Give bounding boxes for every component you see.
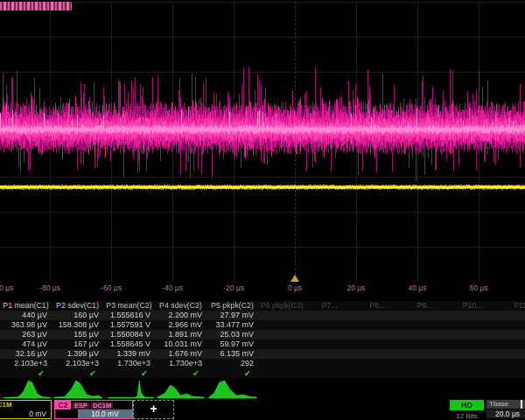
measurement-sdev-cell (497, 349, 525, 359)
measurement-max-cell: 10.031 mV (155, 340, 206, 349)
time-axis-label: -80 µs (39, 284, 60, 292)
measurement-header-10[interactable]: P10... (449, 301, 497, 311)
hd-mode-badge[interactable]: HD (450, 400, 484, 410)
measurement-num-cell (402, 359, 450, 368)
measurement-histogram-icon-4[interactable] (155, 377, 206, 399)
measurement-mean-cell (258, 320, 306, 330)
measurement-header-2[interactable]: P2 sdev(C1) (52, 301, 103, 311)
measurement-header-5[interactable]: P5 pkpk(C2) (206, 301, 258, 311)
screen-edge-divider (521, 400, 522, 409)
measurement-mean-cell: 33.477 mV (206, 320, 258, 330)
channel-c2-coupling-label: DC1M (91, 402, 113, 410)
measurement-num-cell (449, 359, 497, 368)
time-axis-label: -100 µs (0, 284, 14, 292)
measurement-mean-cell: 158.308 µV (52, 320, 103, 330)
corner-trace-badge (0, 2, 72, 10)
channel-c2-esp-flag: ESP (73, 402, 89, 410)
measurement-min-cell (354, 330, 402, 340)
measurement-num-cell: 292 (206, 359, 258, 368)
time-axis-label: 0 µs (288, 284, 302, 292)
measurement-sdev-cell (258, 349, 306, 359)
time-axis-label: 40 µs (409, 284, 427, 292)
channel-c1-descriptor-box[interactable]: C1 DC1M 0 mV (0, 400, 52, 419)
measurement-header-1[interactable]: P1 mean(C1) (0, 301, 52, 311)
add-trace-button[interactable]: + (133, 400, 174, 419)
measurement-histogram-icon-3[interactable] (103, 377, 155, 399)
measurement-num-cell: 2.103e+3 (52, 359, 103, 368)
waveform-display-grid[interactable] (0, 0, 525, 282)
measurement-value-cell: 1.555616 V (103, 311, 155, 320)
measurement-min-cell (497, 330, 525, 340)
measurement-sdev-cell: 1.339 mV (103, 349, 155, 359)
measurement-num-cell (258, 359, 306, 368)
measurement-num-cell: 1.730e+3 (103, 359, 155, 368)
measurement-table: P1 mean(C1)P2 sdev(C1)P3 mean(C2)P4 sdev… (0, 301, 525, 378)
measurement-mean-cell: 363.98 µV (0, 320, 52, 330)
measurement-value-cell (497, 311, 525, 320)
measurement-max-cell (497, 340, 525, 349)
measurement-max-cell: 1.558645 V (103, 340, 155, 349)
measurement-max-cell (306, 340, 354, 349)
measurement-min-cell: 263 µV (0, 330, 52, 340)
measurement-sdev-cell: 1.676 mV (155, 349, 206, 359)
measurement-sdev-cell (354, 349, 402, 359)
channel-c2-descriptor-box[interactable]: C2 ESP DC1M 10.0 mV (54, 400, 133, 419)
measurement-status-check (306, 368, 354, 378)
measurement-max-cell (354, 340, 402, 349)
measurement-sdev-cell: 1.399 µV (52, 349, 103, 359)
measurement-header-3[interactable]: P3 mean(C2) (103, 301, 155, 311)
measurement-max-cell: 167 µV (52, 340, 103, 349)
measurement-max-cell (449, 340, 497, 349)
measurement-value-cell (306, 311, 354, 320)
measurement-histogram-icon-1[interactable] (0, 377, 52, 399)
measurement-value-cell (449, 311, 497, 320)
measurement-value-cell (258, 311, 306, 320)
measurement-num-cell: 2.103e+3 (0, 359, 52, 368)
measurement-min-cell (258, 330, 306, 340)
measurement-header-9[interactable]: P9... (402, 301, 450, 311)
measurement-header-11[interactable]: P11 (497, 301, 525, 311)
measurement-header-6[interactable]: P6 pkpk(C3) (258, 301, 306, 311)
measurement-num-cell (497, 359, 525, 368)
measurement-max-cell (258, 340, 306, 349)
measurement-sdev-cell (449, 349, 497, 359)
measurement-status-check (258, 368, 306, 378)
measurement-min-cell (449, 330, 497, 340)
resolution-bits-label: 12 Bits (447, 412, 486, 420)
measurement-histicon-strip (0, 377, 258, 399)
measurement-mean-cell (306, 320, 354, 330)
measurement-max-cell (402, 340, 450, 349)
measurement-status-check (402, 368, 450, 378)
measurement-status-check (449, 368, 497, 378)
measurement-value-cell: 440 µV (0, 311, 52, 320)
measurement-header-7[interactable]: P7... (306, 301, 354, 311)
measurement-min-cell (306, 330, 354, 340)
measurement-mean-cell (402, 320, 450, 330)
measurement-status-check (354, 368, 402, 378)
measurement-mean-cell: 1.557591 V (103, 320, 155, 330)
measurement-min-cell: 155 µV (52, 330, 103, 340)
measurement-num-cell (306, 359, 354, 368)
measurement-value-cell (402, 311, 450, 320)
measurement-sdev-cell: 32.16 µV (0, 349, 52, 359)
measurement-mean-cell: 2.966 mV (155, 320, 206, 330)
channel-c2-tab[interactable]: C2 (55, 401, 71, 410)
measurement-header-8[interactable]: P8... (354, 301, 402, 311)
time-axis-label: -60 µs (101, 284, 122, 292)
measurement-histogram-icon-5[interactable] (206, 377, 258, 399)
measurement-status-check (497, 368, 525, 378)
time-axis-label: -40 µs (162, 284, 183, 292)
measurement-sdev-cell (306, 349, 354, 359)
trigger-position-marker[interactable] (290, 275, 299, 282)
measurement-min-cell: 25.03 mV (206, 330, 258, 340)
channel-c2-volts-per-div: 10.0 mV (78, 410, 132, 418)
measurement-max-cell: 474 µV (0, 340, 52, 349)
measurement-header-4[interactable]: P4 sdev(C2) (155, 301, 206, 311)
measurement-num-cell (354, 359, 402, 368)
descriptor-bar: C1 DC1M 0 mV C2 ESP DC1M 10.0 mV + HD 12… (0, 400, 525, 420)
timebase-descriptor-box[interactable]: Tbase 20.0 µs (486, 400, 525, 418)
measurement-min-cell: 1.550084 V (103, 330, 155, 340)
measurement-max-cell: 59.97 mV (206, 340, 258, 349)
measurement-histogram-icon-2[interactable] (52, 377, 103, 399)
channel-c1-volts-per-div: 0 mV (0, 410, 51, 418)
